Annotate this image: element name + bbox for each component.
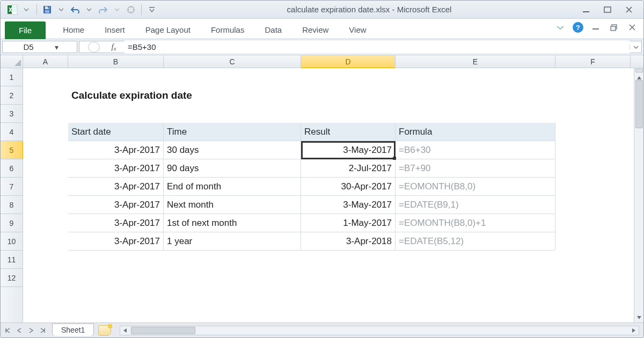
horizontal-scrollbar[interactable] bbox=[120, 326, 639, 335]
select-all-corner[interactable] bbox=[1, 55, 23, 68]
table-row: 3-Apr-2017 End of month 30-Apr-2017 =EOM… bbox=[23, 178, 643, 196]
sheet-title[interactable]: Calculate expiration date bbox=[68, 86, 336, 105]
scroll-down-icon[interactable] bbox=[634, 313, 643, 322]
formula-input[interactable] bbox=[125, 41, 630, 53]
workbook-restore-icon[interactable] bbox=[608, 23, 620, 32]
ribbon-minimize-icon[interactable] bbox=[554, 23, 566, 32]
name-box-input[interactable] bbox=[5, 42, 52, 52]
undo-dropdown-icon[interactable] bbox=[83, 3, 96, 16]
next-sheet-icon[interactable] bbox=[25, 325, 37, 336]
undo-icon[interactable] bbox=[69, 3, 82, 16]
svg-rect-3 bbox=[12, 8, 17, 9]
table-row: 3-Apr-2017 1st of next month 1-May-2017 … bbox=[23, 214, 643, 232]
window-controls bbox=[580, 5, 638, 14]
ribbon-tabs: File Home Insert Page Layout Formulas Da… bbox=[1, 19, 643, 39]
svg-rect-2 bbox=[12, 6, 17, 7]
row-header-10[interactable]: 10 bbox=[1, 232, 23, 251]
col-header-C[interactable]: C bbox=[164, 55, 301, 68]
minimize-button[interactable] bbox=[580, 5, 592, 14]
workbook-close-icon[interactable] bbox=[626, 23, 638, 32]
quick-access-toolbar bbox=[6, 3, 158, 16]
table-row: 3-Apr-2017 90 days 2-Jul-2017 =B7+90 bbox=[23, 159, 643, 178]
header-formula[interactable]: Formula bbox=[396, 123, 555, 141]
header-time[interactable]: Time bbox=[164, 123, 301, 141]
cells-area[interactable]: Calculate expiration date Start date Tim… bbox=[23, 68, 643, 322]
row-headers: 1 2 3 4 5 6 7 8 9 10 11 12 bbox=[1, 68, 23, 322]
vertical-scrollbar[interactable] bbox=[634, 68, 643, 322]
table-row: 3-Apr-2017 1 year 3-Apr-2018 =EDATE(B5,1… bbox=[23, 232, 643, 251]
tab-data[interactable]: Data bbox=[261, 21, 285, 39]
file-tab[interactable]: File bbox=[5, 21, 46, 39]
svg-rect-9 bbox=[48, 6, 49, 9]
excel-window: calculate expiration date.xlsx - Microso… bbox=[0, 0, 644, 338]
window-title: calculate expiration date.xlsx - Microso… bbox=[158, 5, 580, 14]
name-box-dropdown-icon[interactable]: ▾ bbox=[52, 43, 61, 52]
insert-function-button[interactable]: fx bbox=[103, 42, 125, 52]
row-header-5[interactable]: 5 bbox=[1, 141, 23, 159]
tab-formulas[interactable]: Formulas bbox=[208, 21, 248, 39]
row-header-4[interactable]: 4 bbox=[1, 123, 23, 141]
row-header-12[interactable]: 12 bbox=[1, 269, 23, 287]
svg-rect-14 bbox=[592, 28, 599, 30]
name-box[interactable]: ▾ bbox=[2, 41, 77, 53]
svg-rect-8 bbox=[45, 10, 49, 13]
svg-rect-11 bbox=[149, 7, 155, 8]
excel-app-icon[interactable] bbox=[6, 3, 19, 16]
spreadsheet-grid: A B C D E F 1 2 3 4 5 6 7 8 9 10 11 12 bbox=[1, 55, 643, 322]
scroll-left-icon[interactable] bbox=[120, 326, 130, 335]
row-header-3[interactable]: 3 bbox=[1, 105, 23, 123]
sheet-tab[interactable]: Sheet1 bbox=[52, 324, 94, 336]
col-header-D[interactable]: D bbox=[301, 55, 396, 68]
prev-sheet-icon[interactable] bbox=[13, 325, 25, 336]
scroll-right-icon[interactable] bbox=[629, 326, 639, 335]
row-header-11[interactable]: 11 bbox=[1, 251, 23, 269]
qat-customize-icon[interactable] bbox=[145, 3, 158, 16]
tab-home[interactable]: Home bbox=[60, 21, 87, 39]
workbook-minimize-icon[interactable] bbox=[590, 23, 602, 32]
save-dropdown-icon[interactable] bbox=[55, 3, 68, 16]
tab-insert[interactable]: Insert bbox=[101, 21, 128, 39]
title-bar: calculate expiration date.xlsx - Microso… bbox=[1, 1, 643, 19]
function-oval-icon bbox=[88, 42, 100, 53]
tab-review[interactable]: Review bbox=[299, 21, 332, 39]
col-header-B[interactable]: B bbox=[68, 55, 164, 68]
header-start-date[interactable]: Start date bbox=[68, 123, 164, 141]
row-header-8[interactable]: 8 bbox=[1, 196, 23, 214]
svg-rect-5 bbox=[12, 11, 17, 12]
col-header-F[interactable]: F bbox=[555, 55, 631, 68]
last-sheet-icon[interactable] bbox=[37, 325, 49, 336]
new-sheet-icon[interactable] bbox=[98, 325, 111, 336]
formula-bar-expand-icon[interactable] bbox=[630, 45, 641, 50]
qat-dropdown-icon[interactable] bbox=[20, 3, 33, 16]
scroll-thumb[interactable] bbox=[635, 80, 643, 128]
tab-page-layout[interactable]: Page Layout bbox=[142, 21, 194, 39]
formula-bar: ▾ fx bbox=[1, 39, 643, 55]
col-header-A[interactable]: A bbox=[23, 55, 68, 68]
touch-mode-icon[interactable] bbox=[125, 3, 137, 16]
first-sheet-icon[interactable] bbox=[2, 325, 13, 336]
table-row: 3-Apr-2017 Next month 3-May-2017 =EDATE(… bbox=[23, 196, 643, 214]
row-header-6[interactable]: 6 bbox=[1, 159, 23, 178]
col-header-E[interactable]: E bbox=[396, 55, 555, 68]
table-row: 3-Apr-2017 30 days 3-May-2017 =B6+30 bbox=[23, 141, 643, 159]
help-icon[interactable]: ? bbox=[573, 22, 583, 33]
maximize-button[interactable] bbox=[602, 5, 613, 14]
redo-icon[interactable] bbox=[97, 3, 109, 16]
close-button[interactable] bbox=[623, 5, 635, 14]
split-handle-icon[interactable] bbox=[635, 69, 643, 72]
row-header-9[interactable]: 9 bbox=[1, 214, 23, 232]
h-scroll-thumb[interactable] bbox=[131, 327, 195, 334]
save-icon[interactable] bbox=[41, 3, 54, 16]
column-headers: A B C D E F bbox=[1, 55, 643, 68]
svg-rect-12 bbox=[583, 11, 589, 12]
redo-dropdown-icon[interactable] bbox=[111, 3, 123, 16]
svg-rect-13 bbox=[604, 7, 611, 12]
tab-view[interactable]: View bbox=[346, 21, 369, 39]
svg-rect-4 bbox=[12, 9, 17, 10]
row-header-7[interactable]: 7 bbox=[1, 178, 23, 196]
svg-rect-16 bbox=[611, 26, 616, 31]
sheet-tab-bar: Sheet1 bbox=[1, 322, 643, 337]
header-result[interactable]: Result bbox=[301, 123, 396, 141]
row-header-1[interactable]: 1 bbox=[1, 68, 23, 86]
row-header-2[interactable]: 2 bbox=[1, 86, 23, 105]
